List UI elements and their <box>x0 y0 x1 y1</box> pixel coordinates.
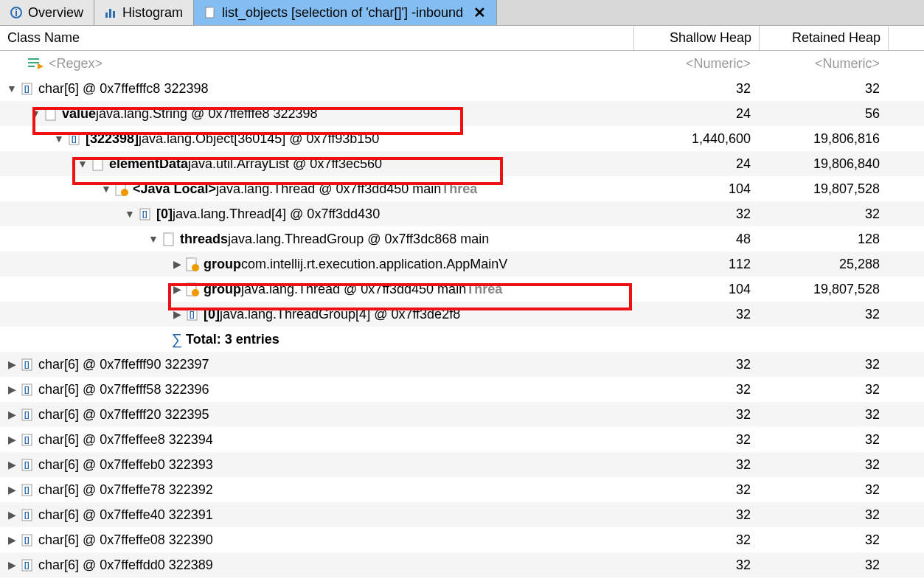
retained-heap-value: 19,807,528 <box>760 181 889 197</box>
expand-toggle[interactable]: ▼ <box>29 108 41 119</box>
retained-filter-input[interactable]: <Numeric> <box>760 56 889 72</box>
svg-rect-2 <box>15 9 17 10</box>
svg-rect-1 <box>15 11 17 16</box>
row-text: java.util.ArrayList @ 0x7ff3ec560 <box>188 156 382 172</box>
row-field-name: <Java Local> <box>133 181 216 197</box>
table-row[interactable]: ▼elementData java.util.ArrayList @ 0x7ff… <box>0 151 924 176</box>
svg-text:[]: [] <box>24 85 29 93</box>
expand-toggle[interactable]: ▼ <box>6 83 18 94</box>
expand-toggle[interactable]: ▶ <box>171 283 183 295</box>
table-row[interactable]: ▶[]char[6] @ 0x7ffeffeb0 3223933232 <box>0 452 924 477</box>
expand-toggle[interactable]: ▼ <box>100 183 112 195</box>
retained-heap-value: 32 <box>760 206 889 222</box>
row-text: char[6] @ 0x7ffeffdd0 322389 <box>38 558 213 573</box>
table-row[interactable]: ▼[][322398] java.lang.Object[360145] @ 0… <box>0 126 924 151</box>
expand-toggle[interactable]: ▶ <box>6 383 18 395</box>
array-icon: [] <box>139 206 152 222</box>
shallow-heap-value: 32 <box>634 357 760 372</box>
table-row[interactable]: ▶[]char[6] @ 0x7ffeffe40 3223913232 <box>0 502 924 527</box>
svg-rect-5 <box>113 11 115 18</box>
object-icon <box>91 156 105 172</box>
regex-filter-icon <box>25 55 46 72</box>
table-row[interactable]: ∑Total: 3 entries <box>0 327 924 352</box>
svg-text:[]: [] <box>190 310 195 319</box>
svg-text:[]: [] <box>24 486 29 494</box>
table-row[interactable]: ▶[][0] java.lang.ThreadGroup[4] @ 0x7ff3… <box>0 302 924 327</box>
table-row[interactable]: ▶[]char[6] @ 0x7ffeffdd0 3223893232 <box>0 552 924 577</box>
row-field-name: [0] <box>204 307 220 322</box>
table-row[interactable]: ▼<Java Local> java.lang.Thread @ 0x7ff3d… <box>0 176 924 201</box>
table-row[interactable]: ▶[]char[6] @ 0x7ffefff90 3223973232 <box>0 352 924 377</box>
expand-toggle[interactable]: ▼ <box>77 158 88 170</box>
row-text: char[6] @ 0x7ffeffe08 322390 <box>38 532 213 548</box>
table-row[interactable]: ▶[]char[6] @ 0x7ffeffe78 3223923232 <box>0 477 924 502</box>
row-text: char[6] @ 0x7ffefffc8 322398 <box>38 81 208 97</box>
shallow-heap-value: 24 <box>634 106 760 122</box>
row-text: java.lang.Thread[4] @ 0x7ff3dd430 <box>173 206 380 222</box>
shallow-heap-value: 32 <box>634 482 760 498</box>
svg-text:[]: [] <box>24 411 29 419</box>
shallow-heap-value: 48 <box>634 232 760 247</box>
expand-toggle[interactable]: ▼ <box>147 233 159 245</box>
table-row[interactable]: ▶[]char[6] @ 0x7ffefff20 3223953232 <box>0 402 924 427</box>
retained-heap-value: 32 <box>760 407 889 423</box>
row-text: java.lang.Thread @ 0x7ff3dd450 main <box>216 181 441 197</box>
table-row[interactable]: ▶group com.intellij.rt.execution.applica… <box>0 251 924 277</box>
gc-root-icon <box>186 256 199 272</box>
expand-toggle[interactable]: ▶ <box>6 484 18 496</box>
column-retained-heap[interactable]: Retained Heap <box>760 26 889 50</box>
truncated-text: Threa <box>441 181 477 197</box>
row-field-name: value <box>62 106 96 122</box>
svg-text:[]: [] <box>142 210 147 218</box>
close-icon[interactable]: ✕ <box>473 4 486 21</box>
expand-toggle[interactable]: ▼ <box>53 133 65 145</box>
retained-heap-value: 32 <box>760 357 889 372</box>
expand-toggle[interactable]: ▶ <box>171 308 183 320</box>
row-text: com.intellij.rt.execution.application.Ap… <box>241 257 507 272</box>
expand-toggle[interactable]: ▶ <box>6 434 18 445</box>
row-field-name: elementData <box>109 156 188 172</box>
array-icon: [] <box>21 557 34 573</box>
tab-label: Histogram <box>122 5 183 21</box>
retained-heap-value: 32 <box>760 558 889 573</box>
column-class-name[interactable]: Class Name <box>0 26 634 50</box>
row-text: char[6] @ 0x7ffeffe40 322391 <box>38 507 213 523</box>
table-row[interactable]: ▶group java.lang.Thread @ 0x7ff3dd450 ma… <box>0 277 924 302</box>
expand-toggle[interactable]: ▶ <box>6 559 18 571</box>
table-row[interactable]: ▼value java.lang.String @ 0x7ffefffe8 32… <box>0 101 924 126</box>
retained-heap-value: 19,806,816 <box>760 131 889 147</box>
expand-toggle[interactable]: ▼ <box>124 208 136 220</box>
expand-toggle[interactable]: ▶ <box>171 258 183 270</box>
table-row[interactable]: ▼[][0] java.lang.Thread[4] @ 0x7ff3dd430… <box>0 201 924 226</box>
svg-text:[]: [] <box>24 561 29 569</box>
shallow-heap-value: 32 <box>634 206 760 222</box>
shallow-filter-input[interactable]: <Numeric> <box>634 56 760 72</box>
table-row[interactable]: ▼[]char[6] @ 0x7ffefffc8 3223983232 <box>0 76 924 101</box>
regex-input[interactable]: <Regex> <box>49 56 103 72</box>
expand-toggle[interactable]: ▶ <box>6 358 18 370</box>
row-field-name: [0] <box>156 206 173 222</box>
svg-point-22 <box>121 189 128 196</box>
tab-overview[interactable]: Overview <box>0 0 94 25</box>
expand-toggle[interactable]: ▶ <box>6 409 18 420</box>
retained-heap-value: 56 <box>760 106 889 122</box>
array-icon: [] <box>21 431 34 448</box>
array-icon: [] <box>21 507 34 523</box>
expand-toggle[interactable]: ▶ <box>6 509 18 521</box>
expand-toggle[interactable]: ▶ <box>6 459 18 470</box>
retained-heap-value: 32 <box>760 432 889 448</box>
column-shallow-heap[interactable]: Shallow Heap <box>634 26 760 50</box>
table-row[interactable]: ▶[]char[6] @ 0x7ffeffee8 3223943232 <box>0 427 924 452</box>
tab-list-objects[interactable]: list_objects [selection of 'char[]'] -in… <box>194 0 497 25</box>
row-text: char[6] @ 0x7ffefff58 322396 <box>38 382 209 397</box>
svg-marker-11 <box>38 63 44 69</box>
expand-toggle[interactable]: ▶ <box>6 534 18 546</box>
table-row[interactable]: ▶[]char[6] @ 0x7ffeffe08 3223903232 <box>0 527 924 552</box>
shallow-heap-value: 1,440,600 <box>634 131 760 147</box>
retained-heap-value: 32 <box>760 81 889 97</box>
table-row[interactable]: ▼threads java.lang.ThreadGroup @ 0x7ff3d… <box>0 226 924 251</box>
shallow-heap-value: 32 <box>634 81 760 97</box>
tab-histogram[interactable]: Histogram <box>94 0 194 25</box>
tab-label: Overview <box>28 5 83 21</box>
table-row[interactable]: ▶[]char[6] @ 0x7ffefff58 3223963232 <box>0 377 924 402</box>
